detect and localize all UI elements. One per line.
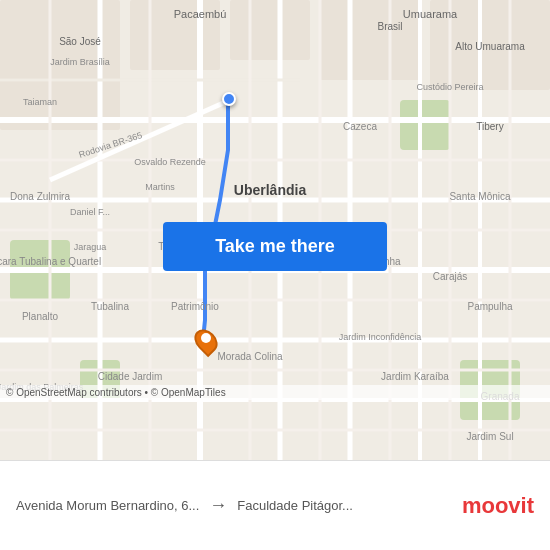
svg-text:Jardim Brasília: Jardim Brasília [50,57,110,67]
svg-text:Dona Zulmira: Dona Zulmira [10,191,70,202]
svg-text:Uberlândia: Uberlândia [234,182,307,198]
svg-text:Jardim Karaíba: Jardim Karaíba [381,371,449,382]
svg-text:Pampulha: Pampulha [467,301,512,312]
svg-text:Tibery: Tibery [476,121,503,132]
svg-text:Brasil: Brasil [377,21,402,32]
from-location: Avenida Morum Bernardino, 6... [16,498,199,513]
arrow-icon: → [209,495,227,516]
svg-rect-3 [230,0,310,60]
moovit-logo: moovit [462,493,534,519]
svg-text:Planalto: Planalto [22,311,59,322]
svg-text:Carajás: Carajás [433,271,467,282]
moovit-logo-text: moovit [462,493,534,519]
svg-text:Taiaman: Taiaman [23,97,57,107]
to-location: Faculdade Pitágor... [237,498,353,513]
svg-text:Martins: Martins [145,182,175,192]
svg-text:Morada Colina: Morada Colina [217,351,282,362]
bottom-bar: Avenida Morum Bernardino, 6... → Faculda… [0,460,550,550]
svg-text:Chácara Tubalina e Quartel: Chácara Tubalina e Quartel [0,256,101,267]
svg-text:Tubalina: Tubalina [91,301,129,312]
destination-marker [196,328,216,354]
svg-text:Alto Umuarama: Alto Umuarama [455,41,525,52]
svg-text:Patrimônio: Patrimônio [171,301,219,312]
svg-text:Osvaldo Rezende: Osvaldo Rezende [134,157,206,167]
svg-text:São José: São José [59,36,101,47]
svg-text:Custódio Pereira: Custódio Pereira [416,82,483,92]
svg-rect-7 [400,100,450,150]
start-marker [222,92,236,106]
copyright-bar: © OpenStreetMap contributors • © OpenMap… [0,385,550,400]
svg-text:Umuarama: Umuarama [403,8,458,20]
copyright-text: © OpenStreetMap contributors • © OpenMap… [6,387,226,398]
svg-text:Cazeca: Cazeca [343,121,377,132]
svg-text:Jardim Inconfidência: Jardim Inconfidência [339,332,422,342]
svg-text:Jardim Sul: Jardim Sul [466,431,513,442]
svg-text:Santa Mônica: Santa Mônica [449,191,511,202]
take-me-there-button[interactable]: Take me there [163,222,387,271]
svg-text:Jaragua: Jaragua [74,242,107,252]
svg-text:Cidade Jardim: Cidade Jardim [98,371,162,382]
svg-text:Pacaembú: Pacaembú [174,8,227,20]
map-container: Rodovia BR-365 Pacaembú São José Jardim … [0,0,550,460]
svg-text:Daniel F...: Daniel F... [70,207,110,217]
